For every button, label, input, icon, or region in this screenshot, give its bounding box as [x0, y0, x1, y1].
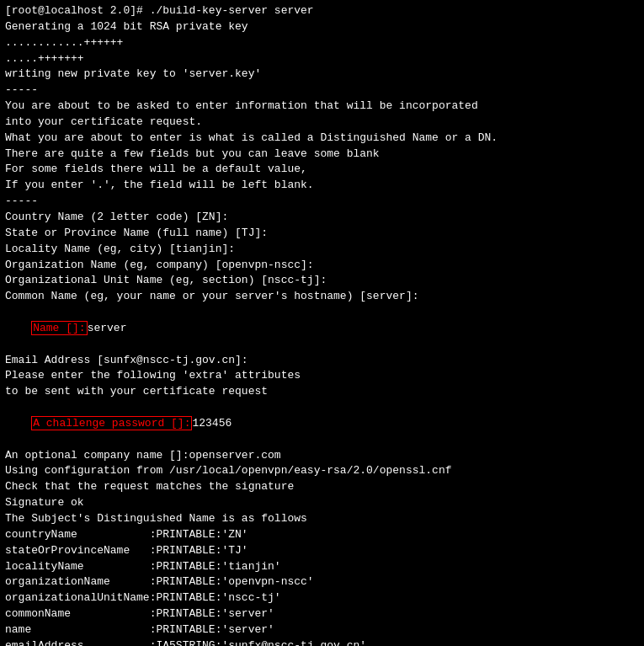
name-highlight: Name []: [31, 321, 87, 335]
terminal-line: into your certificate request. [5, 115, 639, 131]
name-value: server [88, 322, 127, 334]
terminal-line: Common Name (eg, your name or your serve… [5, 289, 639, 305]
challenge-value: 123456 [192, 417, 232, 430]
terminal-line: emailAddress :IA5STRING:'sunfx@nscc-tj.g… [5, 638, 639, 646]
terminal-line: Country Name (2 letter code) [ZN]: [5, 210, 639, 226]
terminal-line: Organization Name (eg, company) [openvpn… [5, 258, 639, 274]
terminal-line: ----- [5, 83, 639, 99]
terminal-line: name :PRINTABLE:'server' [5, 622, 639, 638]
terminal-line: Organizational Unit Name (eg, section) [… [5, 273, 639, 289]
terminal-line: There are quite a few fields but you can… [5, 147, 639, 163]
terminal-line: Check that the request matches the signa… [5, 479, 639, 495]
terminal-line: stateOrProvinceName :PRINTABLE:'TJ' [5, 543, 639, 559]
terminal-line: If you enter '.', the field will be left… [5, 178, 639, 194]
terminal-line: organizationName :PRINTABLE:'openvpn-nsc… [5, 574, 639, 590]
terminal-line: writing new private key to 'server.key' [5, 67, 639, 83]
terminal-line: Please enter the following 'extra' attri… [5, 368, 639, 384]
challenge-highlight: A challenge password []: [31, 416, 192, 430]
terminal-line: The Subject's Distinguished Name is as f… [5, 511, 639, 527]
terminal-line: State or Province Name (full name) [TJ]: [5, 226, 639, 242]
terminal-line-challenge: A challenge password []:123456 [5, 400, 639, 448]
terminal-line: Email Address [sunfx@nscc-tj.gov.cn]: [5, 353, 639, 369]
terminal-line: ----- [5, 194, 639, 210]
terminal-line: You are about to be asked to enter infor… [5, 99, 639, 115]
terminal-line: Generating a 1024 bit RSA private key [5, 19, 639, 35]
terminal-line: localityName :PRINTABLE:'tianjin' [5, 559, 639, 575]
terminal-window: [root@localhost 2.0]# ./build-key-server… [0, 0, 644, 646]
terminal-line-name: Name []:server [5, 305, 639, 353]
terminal-line: countryName :PRINTABLE:'ZN' [5, 527, 639, 543]
terminal-line: For some fields there will be a default … [5, 162, 639, 178]
terminal-line: An optional company name []:openserver.c… [5, 448, 639, 464]
terminal-line: Using configuration from /usr/local/open… [5, 463, 639, 479]
terminal-line: Locality Name (eg, city) [tianjin]: [5, 242, 639, 258]
terminal-line: What you are about to enter is what is c… [5, 131, 639, 147]
terminal-line: organizationalUnitName:PRINTABLE:'nscc-t… [5, 590, 639, 606]
terminal-line: ............++++++ [5, 35, 639, 51]
terminal-line: Signature ok [5, 495, 639, 511]
terminal-line: commonName :PRINTABLE:'server' [5, 606, 639, 622]
terminal-line: to be sent with your certificate request [5, 384, 639, 400]
terminal-line: .....+++++++ [5, 51, 639, 67]
terminal-line: [root@localhost 2.0]# ./build-key-server… [5, 3, 639, 19]
